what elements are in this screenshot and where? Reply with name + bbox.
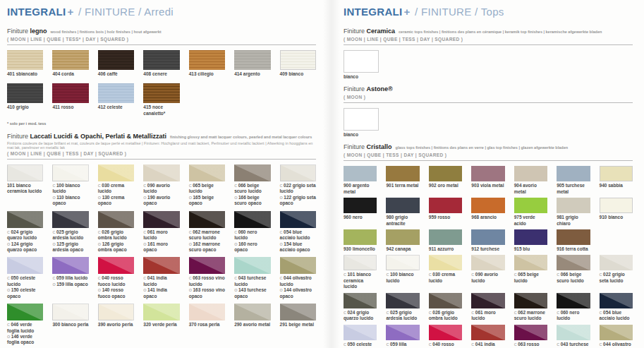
label-line: O161 moro opaco	[143, 241, 179, 253]
label-line: C044 olivastro lucido	[600, 342, 633, 348]
section-title-name: legno	[30, 28, 47, 35]
swatch-043: C043 turchese lucidoO143 turchese opaco	[234, 257, 270, 299]
color-swatch	[234, 164, 270, 181]
finish-type-letter: C	[280, 230, 283, 234]
color-swatch	[344, 108, 379, 131]
label-text: 054 blue acciaio lucido	[600, 310, 630, 320]
finish-type-letter: C	[386, 272, 389, 277]
label-text: 060 nero lucido	[234, 229, 257, 240]
color-swatch	[189, 257, 225, 274]
swatch-902: 902 oro metal	[429, 166, 462, 195]
label-text: 406 caffè	[98, 71, 118, 76]
label-text: 060 nero lucido	[557, 310, 579, 320]
label-line: C065 beige lucido	[514, 272, 547, 284]
label-line: C025 grigio ardesia lucido	[386, 310, 419, 322]
label-line: 981 grigio chiaro	[557, 215, 590, 227]
label-text: 022 grigio seta lucido	[280, 183, 316, 193]
swatch-label: C065 beige lucido	[514, 272, 547, 284]
swatch-label: C066 beige scuro lucidoO166 beige scuro …	[234, 183, 270, 207]
color-swatch	[471, 166, 504, 181]
color-swatch	[429, 293, 462, 308]
label-line: C062 marrone scuro lucido	[514, 310, 547, 322]
swatch-label: 930 limoncello	[344, 246, 377, 252]
swatch-label: C044 olivastro lucido	[600, 342, 633, 348]
finish-type-letter: O	[280, 242, 283, 246]
color-swatch	[7, 164, 43, 181]
swatch-label: C062 marrone scuro lucido	[514, 310, 547, 322]
label-text: 915 blu	[514, 246, 530, 251]
finish-type-letter: C	[557, 342, 559, 347]
label-text: 911 azzurro	[429, 246, 454, 251]
swatch-label: bianco	[344, 74, 379, 80]
label-text: 910 bianco	[600, 215, 624, 220]
swatch-030: C030 crema lucido	[429, 255, 462, 289]
label-line: C043 turchese lucido	[557, 342, 590, 348]
label-text: 030 crema lucido	[429, 272, 455, 282]
finish-type-letter: O	[52, 196, 55, 200]
label-line: 320 verde perla	[143, 322, 179, 328]
label-text: 412 celeste	[98, 104, 123, 109]
divider-rule	[7, 159, 316, 160]
color-swatch	[557, 166, 590, 181]
section-ceramica: Finiture Ceramicaceramic tops finishes |…	[344, 28, 633, 80]
color-swatch	[600, 293, 633, 308]
swatch-044: C044 olivastro lucidoO144 olivastro opac…	[280, 257, 316, 299]
label-text: 065 beige lucido	[514, 272, 539, 282]
swatch-401: 401 sbiancato	[7, 50, 43, 77]
finish-type-letter: O	[189, 288, 192, 292]
finish-type-letter: C	[514, 311, 517, 315]
page-right: INTEGRALI+ / FINITURE / Tops Finiture Ce…	[344, 6, 633, 348]
label-text: 320 verde perla	[143, 322, 176, 327]
label-text: bianco	[344, 74, 358, 79]
swatch-065: C065 beige lucido	[514, 255, 547, 289]
section-header: Finiture legnowood finishes | finitions …	[7, 28, 316, 45]
swatch-label: C060 nero lucidoO160 nero opaco	[234, 229, 270, 253]
label-line: O190 avorio opaco	[143, 195, 179, 207]
swatch-label: 390 avorio perla	[98, 322, 134, 328]
swatch-label: 959 rosso	[429, 215, 462, 220]
label-text: 968 arancio	[471, 215, 497, 220]
label-line: O130 crema opaco	[98, 195, 134, 207]
color-swatch	[471, 198, 504, 213]
finish-type-letter: C	[600, 342, 602, 347]
color-swatch	[234, 50, 270, 70]
color-swatch	[189, 50, 225, 70]
label-text: 026 grigio ombra lucido	[98, 229, 127, 240]
label-line: 290 avorio metal	[234, 322, 270, 328]
swatch-062: C062 marrone scuro lucido	[514, 293, 547, 322]
swatch-290: 290 avorio metal	[234, 304, 270, 346]
color-swatch	[143, 257, 179, 274]
swatch-040: C040 rosso fuoco lucidoO140 rosso fuoco …	[98, 257, 134, 299]
swatch-label: 320 verde perla	[143, 322, 179, 328]
color-swatch	[234, 257, 270, 274]
swatch-grid-laccati: 101 bianco ceramica lucidoC100 bianco lu…	[7, 164, 316, 348]
label-text: 041 india lucido	[471, 342, 494, 348]
color-swatch	[280, 50, 316, 70]
swatch-label: 409 bianco	[280, 71, 316, 77]
label-line: O140 rosso fuoco opaco	[98, 287, 134, 299]
label-line: C041 india lucido	[143, 275, 179, 287]
swatch-label: C040 rosso fuoco lucido	[429, 342, 462, 348]
swatch-026: C026 grigio ombra lucido	[429, 293, 462, 322]
swatch-066: C066 beige scuro lucido	[557, 255, 590, 289]
label-line: O144 olivastro opaco	[280, 287, 316, 299]
label-line: O122 grigio seta opaco	[280, 195, 316, 207]
finish-type-letter: C	[7, 276, 10, 280]
label-text: 065 beige lucido	[189, 183, 214, 193]
finish-type-letter: O	[143, 196, 146, 200]
color-swatch	[143, 211, 179, 228]
swatch-409: 409 bianco	[280, 50, 316, 77]
label-text: 390 avorio perla	[98, 322, 133, 327]
color-swatch	[471, 255, 504, 270]
finish-type-letter: C	[98, 276, 101, 280]
section-header: Finiture Cristalloglass tops finishes | …	[344, 143, 633, 161]
finish-type-letter: C	[234, 230, 237, 234]
finish-type-letter: C	[189, 276, 192, 280]
label-line: C061 moro lucido	[143, 229, 179, 241]
label-line: C024 grigio quarzo lucido	[7, 229, 43, 241]
swatch-046: C046 verde foglia lucidoO146 verde fogli…	[7, 304, 43, 346]
color-swatch	[7, 304, 43, 320]
label-line: C066 beige scuro lucido	[557, 272, 590, 284]
models-line: ( MOON | LINE | QUBE | TESS* | DAY | SQU…	[7, 37, 316, 42]
swatch-label: C059 lilla lucido	[386, 342, 419, 348]
